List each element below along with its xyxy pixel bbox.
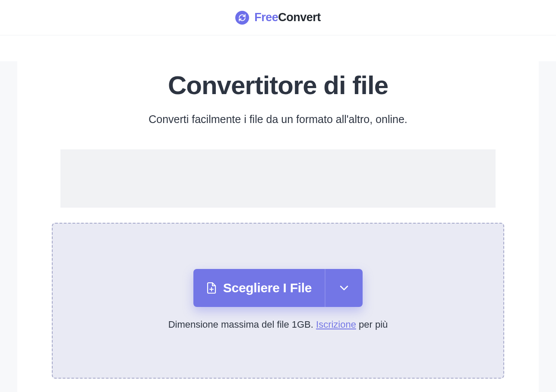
- ad-placeholder: [60, 149, 496, 208]
- page-title: Convertitore di file: [17, 70, 539, 101]
- logo-icon: [235, 11, 249, 25]
- logo-text: FreeConvert: [254, 11, 321, 24]
- choose-files-button[interactable]: Scegliere I File: [193, 269, 325, 307]
- choose-files-label: Scegliere I File: [223, 281, 312, 295]
- logo-text-convert: Convert: [278, 11, 321, 24]
- upload-options-dropdown[interactable]: [325, 269, 363, 307]
- max-size-prefix: Dimensione massima del file 1GB.: [168, 319, 316, 330]
- sub-header: [0, 35, 556, 61]
- header: FreeConvert: [0, 0, 556, 35]
- chevron-down-icon: [340, 285, 348, 291]
- signup-link[interactable]: Iscrizione: [316, 319, 356, 330]
- drop-zone[interactable]: Scegliere I File Dimensione massima del …: [52, 223, 504, 379]
- logo[interactable]: FreeConvert: [235, 11, 321, 25]
- file-plus-icon: [206, 282, 217, 294]
- upload-button-group: Scegliere I File: [193, 269, 363, 307]
- main-content: Convertitore di file Converti facilmente…: [17, 61, 539, 392]
- max-size-suffix: per più: [356, 319, 388, 330]
- page-subtitle: Converti facilmente i file da un formato…: [17, 113, 539, 126]
- file-size-info: Dimensione massima del file 1GB. Iscrizi…: [168, 319, 388, 330]
- logo-text-free: Free: [254, 11, 278, 24]
